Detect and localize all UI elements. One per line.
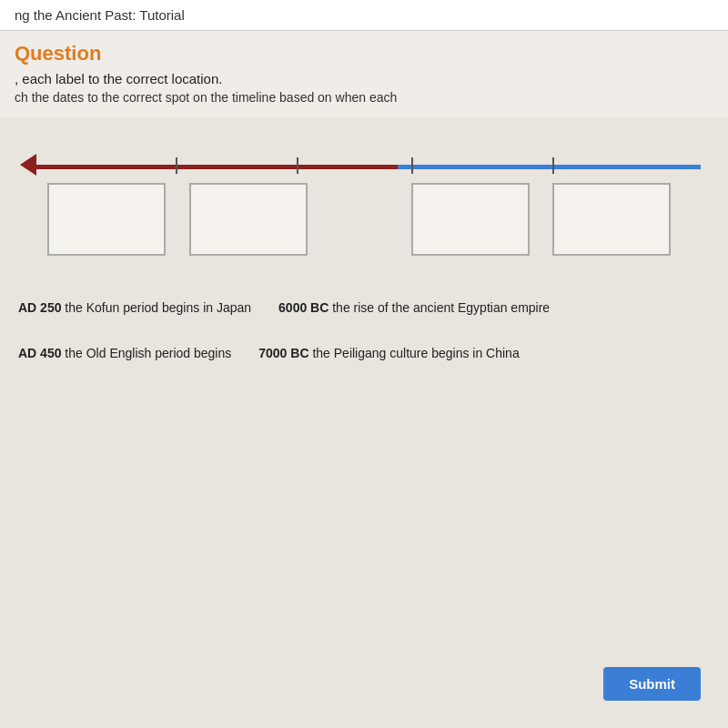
drop-box-3[interactable] (411, 183, 530, 256)
label-card-4[interactable]: 7000 BC the Peiligang culture begins in … (258, 345, 519, 363)
label-1-text: the Kofun period begins in Japan (65, 300, 251, 315)
instruction-text: , each label to the correct location. (15, 71, 713, 86)
header-bar: ng the Ancient Past: Tutorial (0, 0, 728, 31)
timeline-line-blue (398, 165, 701, 169)
label-2-bold: 6000 BC (278, 300, 329, 315)
submit-area: Submit (603, 667, 701, 701)
tick-1 (176, 157, 177, 174)
label-card-3[interactable]: AD 450 the Old English period begins (18, 345, 231, 363)
timeline-arrow-left (20, 154, 36, 176)
drop-box-4[interactable] (552, 183, 671, 256)
label-4-text: the Peiligang culture begins in China (312, 346, 519, 360)
timeline-container (27, 145, 701, 263)
label-2-text: the rise of the ancient Egyptian empire (332, 300, 550, 315)
instruction-subtext: ch the dates to the correct spot on the … (15, 90, 713, 112)
tick-4 (552, 157, 554, 174)
question-label: Question (15, 42, 713, 66)
tick-2 (297, 157, 298, 174)
label-1-bold: AD 250 (18, 300, 61, 315)
drop-box-2[interactable] (189, 183, 308, 256)
page-wrapper: ng the Ancient Past: Tutorial Question ,… (0, 0, 728, 728)
label-4-bold: 7000 BC (258, 346, 308, 360)
label-card-1[interactable]: AD 250 the Kofun period begins in Japan (18, 299, 251, 318)
header-title: ng the Ancient Past: Tutorial (15, 7, 185, 23)
timeline-area (0, 117, 728, 281)
submit-button[interactable]: Submit (603, 667, 701, 701)
question-section: Question , each label to the correct loc… (0, 31, 728, 117)
label-3-text: the Old English period begins (65, 346, 231, 360)
drop-box-1[interactable] (47, 183, 166, 256)
label-3-bold: AD 450 (18, 346, 61, 360)
labels-section: AD 250 the Kofun period begins in Japan … (0, 281, 728, 371)
tick-3 (411, 157, 413, 174)
label-card-2[interactable]: 6000 BC the rise of the ancient Egyptian… (278, 299, 550, 318)
